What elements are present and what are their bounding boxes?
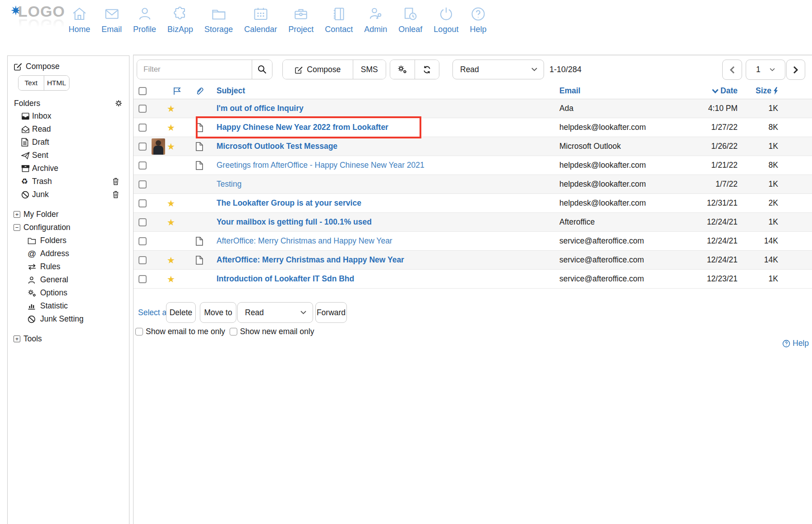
filter-input[interactable] <box>137 60 252 79</box>
email-subject-link[interactable]: Testing <box>217 179 241 189</box>
email-subject-link[interactable]: The Lookafter Group is at your service <box>217 198 361 208</box>
star-icon[interactable]: ★ <box>167 255 175 266</box>
move-to-button[interactable]: Move to <box>200 302 236 323</box>
sidebar-item-junk[interactable]: Junk <box>8 188 129 201</box>
sidebar-item-options[interactable]: Options <box>8 286 129 299</box>
row-checkbox[interactable] <box>138 161 147 170</box>
search-button[interactable] <box>252 60 272 79</box>
email-subject-link[interactable]: Happy Chinese New Year 2022 from Lookaft… <box>217 123 388 132</box>
row-checkbox[interactable] <box>138 142 147 151</box>
flag-column-header[interactable] <box>167 87 182 96</box>
date-column-header[interactable]: Date <box>695 86 738 96</box>
size-column-header[interactable]: Size <box>738 86 778 96</box>
expand-plus-icon[interactable]: + <box>14 211 20 218</box>
row-checkbox[interactable] <box>138 237 147 245</box>
sidebar-item-archive[interactable]: Archive <box>8 162 129 175</box>
email-row[interactable]: ★Your mailbox is getting full - 100.1% u… <box>134 213 812 232</box>
sidebar-item-statistic[interactable]: Statistic <box>8 299 129 313</box>
sidebar-item-draft[interactable]: Draft <box>8 136 129 149</box>
nav-logout[interactable]: Logout <box>434 5 458 34</box>
sidebar-item-inbox[interactable]: Inbox <box>8 110 129 123</box>
email-subject-link[interactable]: Introduction of Lookafter IT Sdn Bhd <box>217 274 354 284</box>
select-all-link[interactable]: Select all <box>138 302 170 323</box>
star-icon[interactable]: ★ <box>167 141 175 152</box>
delete-button[interactable]: Delete <box>166 302 196 323</box>
row-checkbox[interactable] <box>138 124 147 132</box>
email-subject-link[interactable]: AfterOffice: Merry Christmas and Happy N… <box>217 236 392 246</box>
email-row[interactable]: ★Happy Chinese New Year 2022 from Lookaf… <box>134 118 812 137</box>
show-new-checkbox[interactable] <box>230 328 237 336</box>
nav-project[interactable]: Project <box>288 5 314 34</box>
sidebar-item-general[interactable]: General <box>8 273 129 286</box>
email-subject-link[interactable]: Your mailbox is getting full - 100.1% us… <box>217 217 372 227</box>
email-row[interactable]: ★Microsoft Outlook Test MessageMicrosoft… <box>134 137 812 156</box>
sidebar-compose-button[interactable]: Compose <box>14 60 129 72</box>
compose-html-button[interactable]: HTML <box>44 76 69 90</box>
help-link[interactable]: Help <box>782 339 809 348</box>
email-subject-link[interactable]: Greetings from AfterOffice - Happy Chine… <box>217 161 424 170</box>
email-row[interactable]: ★AfterOffice: Merry Christmas and Happy … <box>134 251 812 270</box>
attachment-column-header[interactable] <box>182 87 217 96</box>
sidebar-item-address[interactable]: @ Address <box>8 247 129 260</box>
nav-help[interactable]: Help <box>470 5 486 34</box>
row-checkbox[interactable] <box>138 105 147 113</box>
nav-calendar[interactable]: Calendar <box>244 5 277 34</box>
row-checkbox[interactable] <box>138 256 147 264</box>
collapse-minus-icon[interactable]: − <box>14 224 20 231</box>
nav-contact[interactable]: Contact <box>325 5 353 34</box>
email-row[interactable]: Greetings from AfterOffice - Happy Chine… <box>134 156 812 175</box>
mark-read-select[interactable]: Read <box>452 60 544 79</box>
sidebar-item-read[interactable]: Read <box>8 123 129 136</box>
compose-button[interactable]: Compose <box>283 60 353 79</box>
nav-email[interactable]: Email <box>102 5 122 34</box>
nav-admin[interactable]: Admin <box>364 5 387 34</box>
email-subject-link[interactable]: Microsoft Outlook Test Message <box>217 142 337 151</box>
email-row[interactable]: ★Introduction of Lookafter IT Sdn Bhdser… <box>134 270 812 289</box>
email-column-header[interactable]: Email <box>559 86 695 96</box>
row-checkbox[interactable] <box>138 180 147 188</box>
email-row[interactable]: ★The Lookafter Group is at your serviceh… <box>134 194 812 213</box>
star-icon[interactable]: ★ <box>167 103 175 114</box>
nav-bizapp[interactable]: BizApp <box>167 5 193 34</box>
sms-button[interactable]: SMS <box>353 60 386 79</box>
sidebar-item-junk-setting[interactable]: Junk Setting <box>8 313 129 326</box>
sidebar-item-my-folder[interactable]: + My Folder <box>8 208 129 221</box>
mark-as-select[interactable]: Read <box>237 302 313 323</box>
email-row[interactable]: AfterOffice: Merry Christmas and Happy N… <box>134 232 812 251</box>
page-select[interactable]: 1 <box>746 60 785 80</box>
sidebar-item-rules[interactable]: Rules <box>8 260 129 273</box>
nav-storage[interactable]: Storage <box>204 5 233 34</box>
row-checkbox[interactable] <box>138 218 147 226</box>
sidebar-item-config-folders[interactable]: Folders <box>8 234 129 247</box>
refresh-button[interactable] <box>415 60 439 79</box>
row-checkbox[interactable] <box>138 275 147 283</box>
star-icon[interactable]: ★ <box>167 274 175 285</box>
sidebar-item-configuration[interactable]: − Configuration <box>8 221 129 234</box>
folder-settings-gear-icon[interactable] <box>115 99 123 107</box>
email-subject-link[interactable]: I'm out of office Inquiry <box>217 104 304 113</box>
sidebar-item-sent[interactable]: Sent <box>8 149 129 162</box>
subject-column-header[interactable]: Subject <box>217 86 559 96</box>
nav-onleaf[interactable]: Onleaf <box>398 5 422 34</box>
star-icon[interactable]: ★ <box>167 122 175 133</box>
gears-button[interactable] <box>390 60 415 79</box>
prev-page-button[interactable] <box>722 60 742 80</box>
email-row[interactable]: ★I'm out of office InquiryAda4:10 PM1K <box>134 99 812 118</box>
row-checkbox[interactable] <box>138 199 147 207</box>
nav-profile[interactable]: Profile <box>133 5 156 34</box>
compose-text-button[interactable]: Text <box>18 76 44 90</box>
next-page-button[interactable] <box>786 60 805 80</box>
sidebar-item-tools[interactable]: + Tools <box>8 332 129 345</box>
forward-button[interactable]: Forward <box>315 302 347 323</box>
star-icon[interactable]: ★ <box>167 217 175 228</box>
star-icon[interactable]: ★ <box>167 198 175 209</box>
show-to-me-checkbox[interactable] <box>135 328 143 336</box>
select-all-checkbox[interactable] <box>138 87 147 95</box>
sidebar-item-trash[interactable]: ♻ Trash <box>8 175 129 188</box>
empty-trash-icon[interactable] <box>112 177 119 185</box>
empty-junk-icon[interactable] <box>112 190 119 198</box>
email-subject-link[interactable]: AfterOffice: Merry Christmas and Happy N… <box>217 255 404 265</box>
nav-home[interactable]: Home <box>69 5 90 34</box>
expand-plus-icon[interactable]: + <box>14 336 20 342</box>
email-row[interactable]: Testinghelpdesk@lookafter.com1/7/221K <box>134 175 812 194</box>
